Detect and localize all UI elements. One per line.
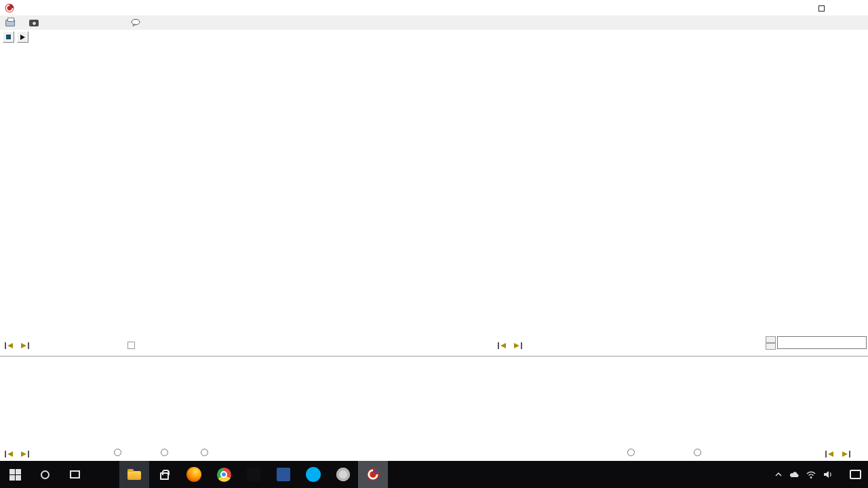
mid-page-next-button[interactable] xyxy=(511,342,523,350)
taskbar-store[interactable] xyxy=(149,461,179,488)
radio-icon xyxy=(114,449,121,456)
word-icon xyxy=(277,468,290,481)
radio-polarity-both[interactable] xyxy=(114,449,124,456)
checkbox-icon xyxy=(127,342,135,349)
taskbar-media-player[interactable] xyxy=(328,461,358,488)
radio-icon xyxy=(627,449,635,456)
tray-network[interactable] xyxy=(803,461,819,488)
search-icon xyxy=(41,470,50,479)
play-icon xyxy=(20,35,25,40)
chrome-icon xyxy=(217,468,231,482)
omnimic-icon xyxy=(366,467,380,482)
tray-onedrive[interactable] xyxy=(787,461,803,488)
impulse-page-first-button[interactable] xyxy=(4,450,16,458)
stop-icon xyxy=(6,35,11,39)
maximize-button[interactable] xyxy=(806,0,837,16)
impulse-page-first-button-right[interactable] xyxy=(825,450,836,458)
netflix-icon xyxy=(247,468,260,481)
cycles-spinner xyxy=(766,336,776,350)
menu-return-to-fr[interactable] xyxy=(76,16,87,30)
chevron-up-icon xyxy=(774,471,783,478)
taskbar xyxy=(0,461,868,488)
tray-volume[interactable] xyxy=(819,461,835,488)
impulse-response-panel xyxy=(0,356,868,449)
show-hidden-icons-button[interactable] xyxy=(770,461,787,488)
waterfall-page-first-button[interactable] xyxy=(4,342,16,350)
maximize-icon xyxy=(818,5,825,12)
spinner-down-button[interactable] xyxy=(766,343,776,350)
speech-bubble-icon xyxy=(131,19,140,27)
window-controls xyxy=(774,0,868,16)
menubar xyxy=(0,16,868,30)
taskbar-chrome[interactable] xyxy=(209,461,239,488)
taskbar-skype[interactable] xyxy=(298,461,328,488)
windows-logo-icon xyxy=(9,469,21,481)
start-button[interactable] xyxy=(0,461,30,488)
firefox-icon xyxy=(186,467,201,482)
taskbar-word[interactable] xyxy=(269,461,298,488)
menu-print[interactable] xyxy=(0,16,24,30)
impulse-page-next-button[interactable] xyxy=(18,450,30,458)
skype-icon xyxy=(306,467,321,482)
waterfall-plot-area xyxy=(0,30,868,356)
waterfall-chart[interactable] xyxy=(0,30,868,355)
folder-icon xyxy=(127,471,141,480)
desktop: { "window": { "title": "OmniMic - Waterf… xyxy=(0,0,868,488)
wifi-icon xyxy=(806,470,816,479)
plot-play-button[interactable] xyxy=(17,31,28,43)
radio-polarity-minus[interactable] xyxy=(201,449,211,456)
system-tray xyxy=(770,461,868,488)
speaker-icon xyxy=(823,470,832,479)
taskbar-edge[interactable] xyxy=(90,461,119,488)
camera-icon xyxy=(29,20,39,26)
spinner-up-button[interactable] xyxy=(766,336,776,343)
media-player-icon xyxy=(336,468,350,481)
titlebar xyxy=(0,0,868,16)
store-bag-icon xyxy=(160,472,169,480)
notification-icon xyxy=(850,470,861,479)
menu-about[interactable] xyxy=(125,16,149,30)
mid-page-first-button[interactable] xyxy=(497,342,509,350)
plot-toolbar xyxy=(3,31,28,43)
taskbar-netflix[interactable] xyxy=(239,461,269,488)
radio-scale-log[interactable] xyxy=(694,449,704,456)
task-view-button[interactable] xyxy=(60,461,90,488)
cycles-field[interactable] xyxy=(777,336,867,349)
radio-polarity-plus[interactable] xyxy=(161,449,171,456)
taskbar-firefox[interactable] xyxy=(179,461,209,488)
cloud-icon xyxy=(789,470,800,479)
radio-icon xyxy=(201,449,208,456)
taskbar-omnimic[interactable] xyxy=(358,461,388,488)
taskbar-apps xyxy=(0,461,388,488)
radio-icon xyxy=(161,449,168,456)
task-view-icon xyxy=(70,470,80,479)
search-button[interactable] xyxy=(30,461,60,488)
minimize-button[interactable] xyxy=(774,0,806,16)
menu-waterfall-type[interactable] xyxy=(65,16,76,30)
action-center-button[interactable] xyxy=(845,461,865,488)
radio-scale-lin[interactable] xyxy=(627,449,637,456)
menu-help[interactable] xyxy=(107,16,121,30)
impulse-controls-bar xyxy=(0,447,868,461)
eq-flat-checkbox[interactable] xyxy=(127,342,138,349)
omnimic-app-icon xyxy=(4,3,15,14)
printer-icon xyxy=(5,20,15,26)
impulse-response-chart[interactable] xyxy=(0,357,868,449)
impulse-page-next-button-right[interactable] xyxy=(840,450,851,458)
radio-icon xyxy=(694,449,701,456)
plot-stop-button[interactable] xyxy=(3,31,14,43)
close-button[interactable] xyxy=(837,0,868,16)
waterfall-page-next-button[interactable] xyxy=(18,342,30,350)
menu-snapshot[interactable] xyxy=(24,16,47,30)
taskbar-file-explorer[interactable] xyxy=(119,461,149,488)
